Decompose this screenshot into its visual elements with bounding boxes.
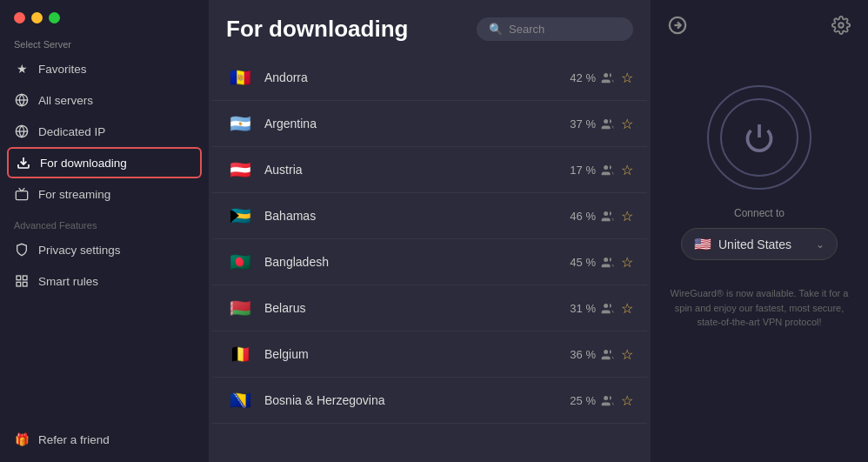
arrow-right-button[interactable] — [664, 12, 691, 38]
server-row[interactable]: 🇧🇸 Bahamas 46 % ☆ — [212, 193, 647, 239]
favorite-star-icon[interactable]: ☆ — [621, 300, 633, 317]
main-content: For downloading 🔍 🇦🇩 Andorra 42 % ☆ 🇦🇷 A… — [209, 0, 651, 462]
sidebar-item-label: Dedicated IP — [38, 125, 105, 138]
server-load: 42 % — [570, 71, 614, 84]
sidebar-item-dedicated-ip[interactable]: Dedicated IP — [0, 116, 209, 147]
server-load: 25 % — [570, 394, 614, 407]
server-list: 🇦🇩 Andorra 42 % ☆ 🇦🇷 Argentina 37 % ☆ 🇦🇹… — [209, 55, 651, 462]
favorite-star-icon[interactable]: ☆ — [621, 162, 633, 178]
sidebar-item-smart-rules[interactable]: Smart rules — [0, 265, 209, 297]
search-input[interactable] — [509, 23, 621, 36]
gift-icon: 🎁 — [14, 432, 30, 447]
sidebar-item-all-servers[interactable]: All servers — [0, 84, 209, 116]
svg-point-15 — [604, 303, 608, 307]
server-load: 45 % — [570, 256, 614, 269]
sidebar-item-privacy-settings[interactable]: Privacy settings — [0, 234, 209, 265]
page-title: For downloading — [226, 16, 408, 43]
advanced-features-label: Advanced Features — [0, 210, 209, 234]
favorite-star-icon[interactable]: ☆ — [621, 208, 633, 224]
favorite-star-icon[interactable]: ☆ — [621, 254, 633, 271]
connect-to-label: Connect to — [734, 207, 785, 219]
server-load: 36 % — [570, 348, 614, 361]
load-percent: 25 % — [570, 394, 596, 407]
server-name: Bosnia & Herzegovina — [264, 393, 570, 407]
server-name: Belgium — [264, 347, 570, 361]
svg-point-17 — [604, 395, 608, 399]
country-selector[interactable]: 🇺🇸 United States ⌄ — [681, 228, 838, 260]
search-icon: 🔍 — [489, 23, 503, 36]
sidebar-bottom: 🎁 Refer a friend — [0, 424, 209, 462]
download-icon — [16, 155, 31, 171]
server-load: 31 % — [570, 302, 614, 315]
svg-point-16 — [604, 349, 608, 353]
users-icon — [601, 302, 614, 315]
sidebar-item-favorites[interactable]: ★ Favorites — [0, 53, 209, 84]
server-flag: 🇧🇦 — [226, 386, 254, 414]
server-row[interactable]: 🇦🇷 Argentina 37 % ☆ — [212, 101, 647, 147]
load-percent: 36 % — [570, 348, 596, 361]
favorite-star-icon[interactable]: ☆ — [621, 70, 633, 86]
svg-point-12 — [604, 164, 608, 169]
server-name: Bangladesh — [264, 255, 570, 269]
server-flag: 🇧🇩 — [226, 248, 254, 276]
sidebar-item-label: Refer a friend — [38, 433, 110, 446]
favorite-star-icon[interactable]: ☆ — [621, 346, 633, 363]
sidebar-item-label: All servers — [38, 94, 93, 107]
svg-rect-6 — [17, 276, 21, 280]
sidebar-item-refer-friend[interactable]: 🎁 Refer a friend — [0, 424, 209, 455]
server-row[interactable]: 🇧🇾 Belarus 31 % ☆ — [212, 285, 647, 331]
server-row[interactable]: 🇦🇹 Austria 17 % ☆ — [212, 147, 647, 193]
server-load: 37 % — [570, 117, 614, 131]
server-flag: 🇧🇾 — [226, 294, 254, 322]
server-row[interactable]: 🇧🇪 Belgium 36 % ☆ — [212, 331, 647, 378]
svg-rect-8 — [17, 282, 21, 286]
load-percent: 17 % — [570, 164, 596, 177]
users-icon — [601, 210, 614, 223]
svg-rect-5 — [16, 191, 27, 200]
shield-icon — [14, 242, 30, 258]
users-icon — [601, 117, 614, 131]
server-row[interactable]: 🇧🇩 Bangladesh 45 % ☆ — [212, 239, 647, 285]
sidebar: Select Server ★ Favorites All servers De… — [0, 0, 209, 462]
country-flag-icon: 🇺🇸 — [694, 236, 711, 252]
power-button[interactable] — [720, 98, 798, 177]
server-name: Andorra — [264, 70, 570, 84]
server-name: Belarus — [264, 301, 570, 315]
search-box[interactable]: 🔍 — [477, 17, 633, 41]
close-button[interactable] — [14, 12, 25, 23]
main-header: For downloading 🔍 — [209, 0, 651, 55]
sidebar-item-for-downloading[interactable]: For downloading — [7, 147, 202, 178]
svg-point-11 — [604, 118, 608, 123]
svg-rect-9 — [23, 282, 27, 286]
wireguard-notice: WireGuard® is now available. Take it for… — [651, 286, 868, 330]
gear-button[interactable] — [828, 12, 854, 38]
sidebar-item-label: Privacy settings — [38, 244, 121, 257]
server-row[interactable]: 🇦🇩 Andorra 42 % ☆ — [212, 55, 647, 101]
server-load: 17 % — [570, 164, 614, 177]
power-circle-outer — [707, 85, 811, 190]
favorite-star-icon[interactable]: ☆ — [621, 116, 633, 132]
sidebar-item-for-streaming[interactable]: For streaming — [0, 178, 209, 210]
chevron-down-icon: ⌄ — [816, 238, 825, 251]
users-icon — [601, 348, 614, 361]
power-icon — [744, 122, 775, 153]
maximize-button[interactable] — [49, 12, 60, 23]
load-percent: 42 % — [570, 71, 596, 84]
globe-icon — [14, 92, 30, 108]
server-name: Austria — [264, 163, 570, 177]
svg-point-14 — [604, 257, 608, 261]
server-name: Argentina — [264, 117, 570, 131]
dedicated-ip-icon — [14, 124, 30, 139]
svg-point-13 — [604, 211, 608, 215]
users-icon — [601, 256, 614, 269]
server-name: Bahamas — [264, 209, 570, 223]
users-icon — [601, 164, 614, 177]
server-row[interactable]: 🇧🇦 Bosnia & Herzegovina 25 % ☆ — [212, 378, 647, 424]
favorite-star-icon[interactable]: ☆ — [621, 392, 633, 409]
server-flag: 🇦🇷 — [226, 110, 254, 137]
svg-rect-7 — [23, 276, 27, 280]
traffic-lights — [0, 0, 209, 32]
sidebar-item-label: For downloading — [40, 157, 127, 170]
select-server-label: Select Server — [0, 32, 209, 53]
minimize-button[interactable] — [31, 12, 43, 23]
